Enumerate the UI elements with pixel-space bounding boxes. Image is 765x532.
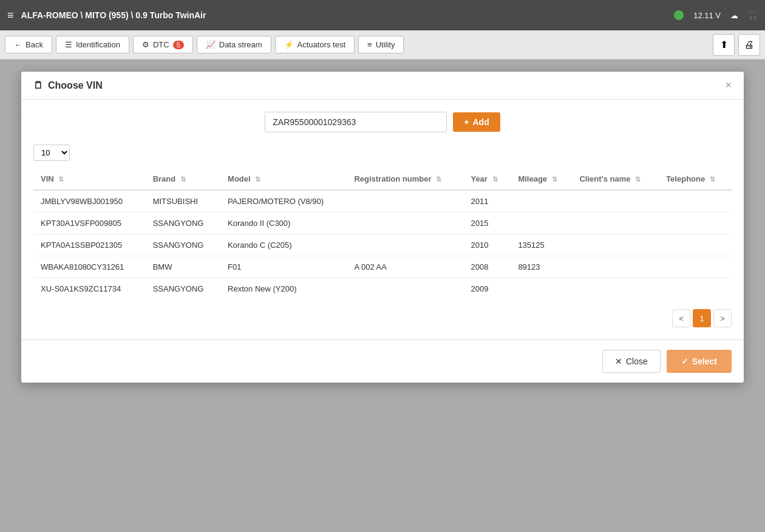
cell-2: Rexton New (Y200) bbox=[220, 278, 347, 300]
sort-icon-telephone: ⇅ bbox=[710, 176, 715, 183]
modal-title: 🗒 Choose VIN bbox=[33, 80, 103, 91]
col-header-brand[interactable]: Brand ⇅ bbox=[146, 168, 220, 190]
cell-0: XU-S0A1KS9ZC11734 bbox=[33, 278, 146, 300]
cell-0: JMBLYV98WBJ001950 bbox=[33, 190, 146, 213]
cell-4: 2011 bbox=[463, 190, 511, 213]
check-icon: ✓ bbox=[681, 356, 688, 366]
export-button[interactable]: ⬆ bbox=[713, 34, 735, 56]
cell-0: WBAKA81080CY31261 bbox=[33, 256, 146, 278]
vin-table: VIN ⇅ Brand ⇅ Model ⇅ Registration numbe… bbox=[33, 168, 732, 299]
topbar-right: 12.11 V ☁ 🎧 bbox=[674, 10, 758, 20]
cell-5 bbox=[511, 190, 572, 213]
col-header-reg-number[interactable]: Registration number ⇅ bbox=[347, 168, 463, 190]
page-1-button[interactable]: 1 bbox=[693, 309, 711, 327]
cell-6 bbox=[572, 213, 659, 234]
cell-4: 2015 bbox=[463, 213, 511, 234]
modal-title-text: Choose VIN bbox=[48, 80, 103, 91]
sort-icon-year: ⇅ bbox=[492, 176, 498, 183]
menu-icon[interactable]: ≡ bbox=[7, 9, 14, 22]
cell-2: F01 bbox=[220, 256, 347, 278]
cell-1: SSANGYONG bbox=[146, 234, 220, 256]
cell-1: SSANGYONG bbox=[146, 213, 220, 234]
dtc-badge: 5 bbox=[173, 41, 184, 49]
modal-footer: ✕ Close ✓ Select bbox=[21, 339, 744, 383]
cell-2: Korando C (C205) bbox=[220, 234, 347, 256]
close-label: Close bbox=[626, 356, 648, 366]
select-label: Select bbox=[692, 356, 717, 366]
cell-7 bbox=[659, 190, 732, 213]
col-header-telephone[interactable]: Telephone ⇅ bbox=[659, 168, 732, 190]
table-row[interactable]: WBAKA81080CY31261BMWF01A 002 AA200889123 bbox=[33, 256, 732, 278]
table-row[interactable]: KPTA0A1SSBP021305SSANGYONGKorando C (C20… bbox=[33, 234, 732, 256]
utility-label: Utility bbox=[376, 40, 395, 49]
per-page-row: 10 25 50 100 bbox=[33, 145, 732, 161]
data-stream-button[interactable]: 📈 Data stream bbox=[197, 36, 271, 53]
select-button[interactable]: ✓ Select bbox=[667, 350, 732, 373]
cell-2: Korando II (C300) bbox=[220, 213, 347, 234]
actuators-test-button[interactable]: ⚡ Actuators test bbox=[275, 36, 355, 53]
cell-7 bbox=[659, 213, 732, 234]
cell-7 bbox=[659, 234, 732, 256]
col-header-mileage[interactable]: Mileage ⇅ bbox=[511, 168, 572, 190]
modal-overlay: 🗒 Choose VIN × + Add 10 25 50 bbox=[0, 60, 765, 532]
col-header-vin[interactable]: VIN ⇅ bbox=[33, 168, 146, 190]
data-stream-label: Data stream bbox=[219, 40, 262, 49]
cell-2: PAJERO/MOTERO (V8/90) bbox=[220, 190, 347, 213]
version-label: 12.11 V bbox=[693, 11, 721, 20]
table-row[interactable]: KPT30A1VSFP009805SSANGYONGKorando II (C3… bbox=[33, 213, 732, 234]
cell-6 bbox=[572, 234, 659, 256]
sort-icon-mileage: ⇅ bbox=[552, 176, 557, 183]
cell-4: 2009 bbox=[463, 278, 511, 300]
identification-button[interactable]: ☰ Identification bbox=[56, 36, 129, 53]
cell-5: 89123 bbox=[511, 256, 572, 278]
col-header-client-name[interactable]: Client's name ⇅ bbox=[572, 168, 659, 190]
dtc-icon: ⚙ bbox=[142, 40, 149, 49]
sort-icon-reg: ⇅ bbox=[436, 176, 441, 183]
per-page-select[interactable]: 10 25 50 100 bbox=[33, 145, 70, 161]
col-header-year[interactable]: Year ⇅ bbox=[463, 168, 511, 190]
sort-icon-brand: ⇅ bbox=[180, 176, 186, 183]
modal-close-button[interactable]: × bbox=[725, 79, 732, 92]
cell-5: 135125 bbox=[511, 234, 572, 256]
add-button[interactable]: + Add bbox=[453, 112, 500, 132]
cell-6 bbox=[572, 278, 659, 300]
col-header-model[interactable]: Model ⇅ bbox=[220, 168, 347, 190]
cell-3 bbox=[347, 278, 463, 300]
cloud-icon[interactable]: ☁ bbox=[730, 11, 738, 20]
sort-icon-vin: ⇅ bbox=[58, 176, 64, 183]
print-button[interactable]: 🖨 bbox=[738, 34, 760, 56]
cell-3 bbox=[347, 213, 463, 234]
back-arrow-icon: ← bbox=[14, 40, 22, 49]
status-dot bbox=[674, 10, 684, 20]
add-label: Add bbox=[472, 117, 489, 127]
next-page-button[interactable]: > bbox=[713, 309, 732, 327]
prev-page-button[interactable]: < bbox=[672, 309, 690, 327]
dtc-button[interactable]: ⚙ DTC 5 bbox=[133, 36, 193, 53]
back-button[interactable]: ← Back bbox=[5, 36, 52, 53]
cell-6 bbox=[572, 256, 659, 278]
sort-icon-model: ⇅ bbox=[255, 176, 260, 183]
sort-icon-client: ⇅ bbox=[635, 176, 641, 183]
cell-3: A 002 AA bbox=[347, 256, 463, 278]
utility-button[interactable]: ≡ Utility bbox=[358, 36, 404, 53]
toolbar: ← Back ☰ Identification ⚙ DTC 5 📈 Data s… bbox=[0, 30, 765, 60]
table-header-row: VIN ⇅ Brand ⇅ Model ⇅ Registration numbe… bbox=[33, 168, 732, 190]
close-button[interactable]: ✕ Close bbox=[602, 350, 661, 373]
cell-4: 2010 bbox=[463, 234, 511, 256]
connection-status bbox=[674, 10, 684, 20]
cell-5 bbox=[511, 278, 572, 300]
topbar-title: ALFA-ROMEO \ MITO (955) \ 0.9 Turbo Twin… bbox=[21, 10, 667, 20]
modal-body: + Add 10 25 50 100 VIN ⇅ Brand ⇅ bbox=[21, 100, 744, 339]
headphone-icon[interactable]: 🎧 bbox=[748, 11, 758, 20]
close-x-icon: ✕ bbox=[615, 356, 622, 366]
cell-5 bbox=[511, 213, 572, 234]
cell-0: KPT30A1VSFP009805 bbox=[33, 213, 146, 234]
data-stream-icon: 📈 bbox=[206, 40, 216, 49]
back-label: Back bbox=[25, 40, 43, 49]
table-row[interactable]: JMBLYV98WBJ001950MITSUBISHIPAJERO/MOTERO… bbox=[33, 190, 732, 213]
cell-7 bbox=[659, 256, 732, 278]
modal-header: 🗒 Choose VIN × bbox=[21, 72, 744, 100]
vin-input[interactable] bbox=[265, 112, 447, 132]
table-row[interactable]: XU-S0A1KS9ZC11734SSANGYONGRexton New (Y2… bbox=[33, 278, 732, 300]
topbar: ≡ ALFA-ROMEO \ MITO (955) \ 0.9 Turbo Tw… bbox=[0, 0, 765, 30]
